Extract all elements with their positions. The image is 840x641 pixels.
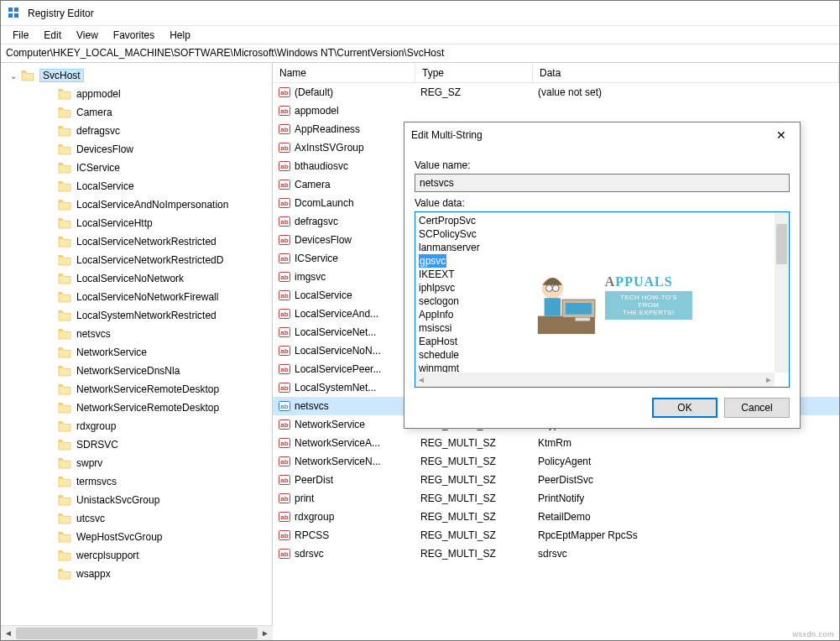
tree-item[interactable]: LocalService — [1, 177, 272, 195]
tree-item[interactable]: netsvcs — [1, 325, 272, 343]
tree-item[interactable]: Camera — [1, 103, 272, 122]
tree-item[interactable]: termsvcs — [1, 472, 272, 491]
list-row[interactable]: abprintREG_MULTI_SZPrintNotify — [273, 489, 839, 508]
value-data-line[interactable]: seclogon — [419, 294, 771, 308]
cell-type: REG_MULTI_SZ — [415, 456, 533, 467]
value-data-line[interactable]: gpsvc — [419, 254, 446, 268]
cell-name: abLocalService — [273, 289, 415, 302]
folder-icon — [21, 70, 34, 81]
tree-item-label: LocalServiceNetworkRestricted — [76, 236, 217, 248]
list-row[interactable]: abrdxgroupREG_MULTI_SZRetailDemo — [273, 508, 839, 526]
tree-item[interactable]: ICService — [1, 159, 272, 177]
list-row[interactable]: abPeerDistREG_MULTI_SZPeerDistSvc — [273, 471, 839, 489]
scroll-left-icon[interactable]: ◄ — [3, 628, 14, 638]
svg-text:ab: ab — [280, 366, 288, 373]
tree-hscrollbar[interactable]: ◄ ► — [1, 625, 273, 640]
tree-item[interactable]: NetworkServiceDnsNla — [1, 362, 272, 380]
tree-item[interactable]: LocalSystemNetworkRestricted — [1, 306, 272, 325]
dialog-titlebar[interactable]: Edit Multi-String ✕ — [404, 122, 800, 148]
cell-name: abappmodel — [273, 104, 415, 117]
value-data-line[interactable]: winmgmt — [419, 362, 771, 373]
close-icon[interactable]: ✕ — [770, 128, 793, 142]
tree-item-label: LocalSystemNetworkRestricted — [76, 310, 217, 321]
cell-name: abdefragsvc — [273, 215, 415, 228]
svg-text:ab: ab — [280, 237, 288, 244]
value-data-line[interactable]: lanmanserver — [419, 241, 771, 254]
tree-item[interactable]: LocalServiceAndNoImpersonation — [1, 195, 272, 214]
list-row[interactable]: abappmodel — [273, 102, 839, 120]
regedit-icon — [8, 7, 21, 20]
list-row[interactable]: absdrsvcREG_MULTI_SZsdrsvc — [273, 545, 839, 563]
value-data-line[interactable]: IKEEXT — [419, 268, 771, 281]
tree-item[interactable]: NetworkServiceRemoteDesktop — [1, 380, 272, 399]
tree-item-label: LocalServiceHttp — [76, 217, 153, 229]
list-row[interactable]: ab(Default)REG_SZ(value not set) — [273, 83, 839, 102]
menu-view[interactable]: View — [70, 28, 105, 43]
value-data-field[interactable]: CertPropSvcSCPolicySvclanmanservergpsvcI… — [415, 211, 790, 388]
dialog-hscrollbar[interactable]: ◄ ► — [415, 373, 775, 387]
tree-item[interactable]: defragsvc — [1, 122, 272, 140]
list-row[interactable]: abNetworkServiceN...REG_MULTI_SZPolicyAg… — [273, 452, 839, 471]
tree-item[interactable]: wercplsupport — [1, 546, 272, 565]
dialog-vscrollbar[interactable] — [775, 212, 789, 373]
tree-item[interactable]: SDRSVC — [1, 435, 272, 454]
tree-item[interactable]: UnistackSvcGroup — [1, 491, 272, 509]
scroll-right-icon[interactable]: ► — [259, 628, 271, 638]
tree-item[interactable]: DevicesFlow — [1, 140, 272, 159]
folder-icon — [58, 236, 71, 248]
reg-value-icon: ab — [278, 178, 291, 191]
tree-item[interactable]: LocalServiceNetworkRestricted — [1, 232, 272, 251]
tree-item[interactable]: rdxgroup — [1, 417, 272, 435]
tree-item[interactable]: LocalServiceNoNetworkFirewall — [1, 288, 272, 306]
tree-item-label: NetworkServiceRemoteDesktop — [76, 383, 219, 395]
col-header-type[interactable]: Type — [415, 64, 533, 82]
cancel-button[interactable]: Cancel — [724, 398, 790, 418]
address-bar[interactable]: Computer\HKEY_LOCAL_MACHINE\SOFTWARE\Mic… — [1, 44, 839, 63]
chevron-down-icon[interactable]: ⌄ — [8, 71, 19, 81]
list-row[interactable]: abRPCSSREG_MULTI_SZRpcEptMapper RpcSs — [273, 526, 839, 545]
menu-favorites[interactable]: Favorites — [107, 28, 161, 43]
tree-item[interactable]: appmodel — [1, 85, 272, 103]
tree-pane[interactable]: ⌄SvcHostappmodelCameradefragsvcDevicesFl… — [1, 63, 273, 625]
cell-name: abDevicesFlow — [273, 233, 415, 247]
reg-value-icon: ab — [278, 104, 291, 117]
value-data-line[interactable]: CertPropSvc — [419, 214, 771, 227]
folder-icon — [58, 310, 71, 321]
value-data-line[interactable]: SCPolicySvc — [419, 227, 771, 241]
value-data-line[interactable]: iphlpsvc — [419, 281, 771, 294]
col-header-data[interactable]: Data — [533, 64, 839, 82]
tree-item-selected[interactable]: ⌄SvcHost — [1, 66, 272, 85]
value-name-field[interactable] — [415, 174, 790, 192]
chevron-right-icon[interactable]: ► — [764, 375, 773, 384]
ok-button[interactable]: OK — [652, 398, 717, 418]
folder-icon — [58, 162, 71, 174]
tree-item[interactable]: wsappx — [1, 565, 272, 583]
value-data-line[interactable]: EapHost — [419, 335, 771, 348]
chevron-left-icon[interactable]: ◄ — [417, 375, 425, 384]
cell-name: abrdxgroup — [273, 510, 415, 524]
cell-name: abLocalServiceNoN... — [273, 344, 415, 357]
tree-item[interactable]: utcsvc — [1, 509, 272, 528]
value-data-line[interactable]: schedule — [419, 348, 771, 362]
tree-item[interactable]: LocalServiceHttp — [1, 214, 272, 232]
tree-item[interactable]: LocalServiceNetworkRestrictedD — [1, 251, 272, 269]
tree-item[interactable]: NetworkServiceRemoteDesktop — [1, 399, 272, 417]
cell-type: REG_MULTI_SZ — [415, 437, 533, 449]
folder-icon — [58, 568, 71, 580]
value-data-line[interactable]: AppInfo — [419, 308, 771, 321]
tree-item[interactable]: swprv — [1, 454, 272, 472]
menu-help[interactable]: Help — [163, 28, 197, 43]
tree-item[interactable]: LocalServiceNoNetwork — [1, 269, 272, 288]
menu-file[interactable]: File — [6, 28, 35, 43]
list-row[interactable]: abNetworkServiceA...REG_MULTI_SZKtmRm — [273, 434, 839, 452]
tree-item[interactable]: WepHostSvcGroup — [1, 528, 272, 546]
folder-icon — [58, 125, 71, 137]
cell-type: REG_MULTI_SZ — [415, 511, 533, 523]
folder-icon — [58, 143, 71, 155]
scroll-thumb[interactable] — [16, 628, 258, 639]
col-header-name[interactable]: Name — [273, 64, 415, 82]
menu-edit[interactable]: Edit — [37, 28, 68, 43]
svg-text:ab: ab — [280, 403, 288, 410]
value-data-line[interactable]: msiscsi — [419, 321, 771, 335]
tree-item[interactable]: NetworkService — [1, 343, 272, 362]
